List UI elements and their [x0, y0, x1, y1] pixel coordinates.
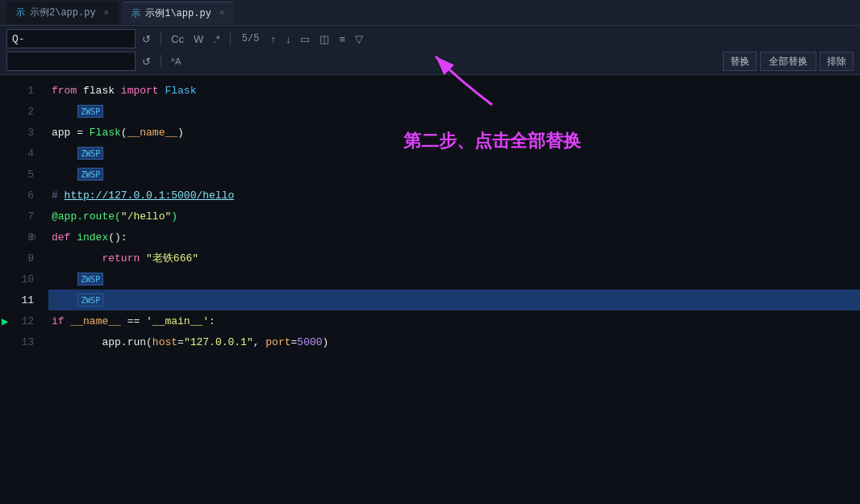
code-editor: 1 2 3 4 5 6 7 ⊟8 │9 10 11	[0, 75, 860, 504]
code-line-2: ZWSP	[48, 101, 860, 122]
select-all-matches-btn[interactable]: ▭	[297, 29, 313, 48]
search-input[interactable]	[6, 29, 136, 48]
line-number-4: 4	[0, 143, 42, 164]
tab-label: 示例2\app.py	[30, 6, 96, 19]
toggle-case-btn[interactable]: ◫	[316, 29, 332, 48]
indent-space	[52, 252, 102, 264]
code-line-1: from flask import Flask	[48, 80, 860, 101]
code-text: :	[209, 315, 215, 327]
code-line-4: ZWSP	[48, 143, 860, 164]
search-replace-toolbar: ↺ Cc W .* 5/5 ↑ ↓ ▭ ◫ ≡ ▽ ↺ ᴬA 替换 全部替换 排…	[0, 26, 860, 75]
code-text: =	[177, 336, 184, 348]
string-chinese: "老铁666"	[146, 251, 198, 265]
indent	[52, 169, 77, 181]
keyword-return: return	[102, 252, 140, 264]
replace-all-btn[interactable]: 全部替换	[760, 52, 816, 71]
toolbar-separator3	[161, 55, 161, 68]
prev-match-btn[interactable]: ↑	[267, 29, 279, 48]
code-line-3: app = Flask ( __name__ )	[48, 122, 860, 143]
tab-example1[interactable]: 示 示例1\app.py ×	[122, 2, 234, 24]
string-hello: "/hello"	[121, 210, 171, 223]
keyword-def: def	[52, 231, 77, 244]
code-text	[140, 252, 146, 264]
string-main: '__main__'	[146, 315, 209, 327]
case-sensitive-btn[interactable]: Cc	[168, 29, 187, 48]
class-flask: Flask	[165, 85, 196, 97]
refresh-btn[interactable]: ↺	[139, 29, 154, 48]
line-number-12: ▶12	[0, 310, 42, 331]
code-line-10: ZWSP	[48, 269, 860, 289]
fold-icon-8[interactable]: ⊟	[31, 232, 35, 242]
indent	[52, 106, 77, 118]
funnel-btn[interactable]: ▽	[352, 29, 366, 48]
dismiss-btn[interactable]: 排除	[820, 52, 854, 71]
line-number-1: 1	[0, 80, 42, 101]
code-content-area[interactable]: from flask import Flask ZWSP app = Flask…	[42, 75, 860, 504]
comment-hash: #	[52, 190, 65, 202]
toolbar-separator	[161, 32, 161, 45]
line-number-13: 13	[0, 331, 42, 352]
tab-close-btn[interactable]: ×	[104, 8, 110, 18]
replace-options-btn[interactable]: ↺	[139, 52, 154, 71]
code-line-9: return "老铁666"	[48, 248, 860, 269]
name-var: __name__	[70, 315, 120, 327]
aa-btn[interactable]: ᴬA	[168, 52, 184, 71]
func-name: index	[77, 231, 108, 244]
line-number-3: 3	[0, 122, 42, 143]
replace-btn[interactable]: 替换	[723, 52, 757, 71]
keyword-from: from	[52, 85, 77, 97]
next-match-btn[interactable]: ↓	[282, 29, 294, 48]
line-number-11: 11	[0, 289, 42, 310]
tab-bar: 示 示例2\app.py × 示 示例1\app.py ×	[0, 0, 860, 26]
fold-icon-9[interactable]: │	[27, 255, 31, 262]
line-numbers: 1 2 3 4 5 6 7 ⊟8 │9 10 11	[0, 75, 42, 504]
tab-icon: 示	[16, 6, 25, 19]
code-text: )	[177, 127, 184, 139]
match-count: 5/5	[237, 31, 265, 46]
line-number-6: 6	[0, 185, 42, 206]
code-line-8: def index ():	[48, 227, 860, 248]
decorator-text: @app.route(	[52, 210, 121, 223]
zwsp-badge-4: ZWSP	[77, 147, 103, 160]
replace-input[interactable]	[6, 52, 136, 71]
tab-label-active: 示例1\app.py	[145, 6, 211, 20]
code-text: (	[121, 127, 127, 139]
zwsp-badge-10: ZWSP	[77, 273, 103, 285]
zwsp-badge-11: ZWSP	[77, 294, 103, 306]
code-text: ==	[121, 315, 146, 327]
code-line-13: app.run( host = "127.0.0.1" , port = 500…	[48, 331, 860, 352]
code-text: ():	[108, 231, 127, 244]
line-number-2: 2	[0, 101, 42, 122]
toolbar-separator2	[230, 32, 231, 45]
line-number-10: 10	[0, 269, 42, 289]
line-number-7: 7	[0, 206, 42, 227]
number-port: 5000	[297, 336, 322, 348]
param-host: host	[152, 336, 177, 348]
indent	[52, 273, 77, 285]
indent-space	[52, 336, 102, 348]
param-name: __name__	[127, 127, 177, 139]
code-line-7: @app.route( "/hello" )	[48, 206, 860, 227]
line-number-9: │9	[0, 248, 42, 269]
run-indicator-12: ▶	[2, 314, 8, 328]
zwsp-badge-5: ZWSP	[77, 168, 103, 181]
replace-row: ↺ ᴬA 替换 全部替换 排除	[6, 52, 854, 71]
tab-close-active-btn[interactable]: ×	[219, 8, 225, 18]
code-text: )	[323, 336, 329, 348]
code-line-12: if __name__ == '__main__' :	[48, 310, 860, 331]
filter-btn[interactable]: ≡	[336, 29, 349, 48]
tab-example2[interactable]: 示 示例2\app.py ×	[6, 2, 119, 24]
code-line-6: # http://127.0.0.1:5000/hello	[48, 185, 860, 206]
code-line-11: ZWSP	[48, 289, 860, 310]
code-text: app.run(	[102, 336, 152, 348]
code-text	[159, 85, 165, 97]
indent	[52, 294, 77, 306]
keyword-if: if	[52, 315, 65, 327]
whole-word-btn[interactable]: W	[190, 29, 207, 48]
code-text: flask	[77, 85, 121, 97]
code-text: app =	[52, 127, 90, 139]
url-text: http://127.0.0.1:5000/hello	[65, 190, 235, 202]
code-text: ,	[253, 336, 266, 348]
line-number-8: ⊟8	[0, 227, 42, 248]
regex-btn[interactable]: .*	[210, 29, 223, 48]
